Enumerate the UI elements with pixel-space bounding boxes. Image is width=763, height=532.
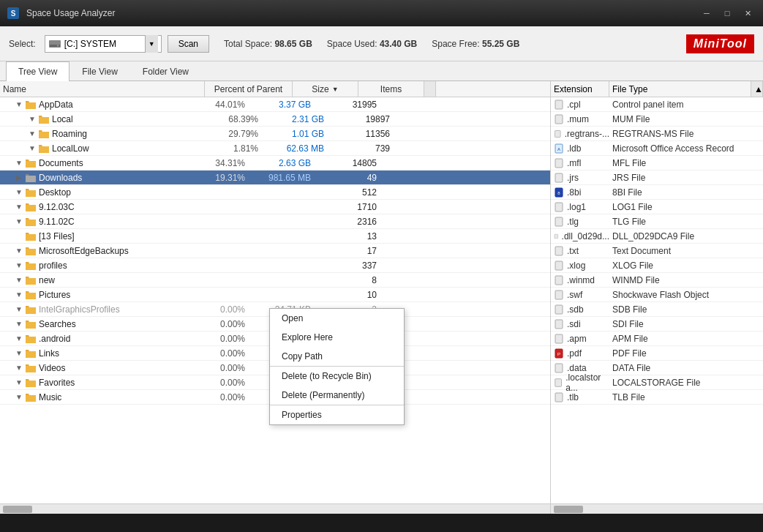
svg-rect-42: [555, 305, 563, 314]
expand-icon[interactable]: ▼: [26, 115, 38, 123]
expand-icon[interactable]: ▼: [13, 378, 25, 386]
expand-icon[interactable]: ▼: [13, 247, 25, 255]
expand-icon[interactable]: ▼: [26, 144, 38, 152]
maximize-button[interactable]: □: [718, 6, 737, 20]
list-item[interactable]: .mumMUM File: [551, 112, 763, 127]
right-scrollbar-thumb[interactable]: [554, 506, 583, 513]
space-used: Space Used: 43.40 GB: [327, 39, 417, 49]
folder-icon: [38, 114, 50, 124]
drive-selector[interactable]: [C:] SYSTEM ▼: [45, 35, 162, 53]
list-item[interactable]: .log1LOG1 File: [551, 200, 763, 214]
col-header-items[interactable]: Items: [358, 81, 424, 97]
list-item[interactable]: .cplControl panel item: [551, 97, 763, 112]
svg-rect-27: [555, 115, 563, 124]
expand-icon[interactable]: ▼: [13, 364, 25, 372]
table-row[interactable]: ▼ AppData 44.01% 3.37 GB 31995: [0, 97, 550, 112]
list-item[interactable]: .sdiSDI File: [551, 317, 763, 331]
expand-icon[interactable]: ▶: [13, 173, 25, 181]
ctx-explore-here[interactable]: Explore Here: [270, 328, 404, 347]
folder-icon: [25, 100, 37, 110]
scan-button[interactable]: Scan: [168, 35, 209, 53]
expand-icon[interactable]: ▼: [13, 349, 25, 357]
select-label: Select:: [9, 39, 36, 49]
folder-icon: [25, 275, 37, 285]
list-item[interactable]: .swfShockwave Flash Object: [551, 288, 763, 302]
expand-icon[interactable]: ▼: [13, 305, 25, 313]
list-item[interactable]: A.ldbMicrosoft Office Access Record: [551, 141, 763, 156]
list-item[interactable]: .tlbTLB File: [551, 390, 763, 405]
ctx-open[interactable]: Open: [270, 309, 404, 328]
folder-icon: [25, 158, 37, 168]
svg-rect-26: [555, 100, 563, 109]
tab-tree-view[interactable]: Tree View: [6, 61, 69, 81]
list-item[interactable]: .txtText Document: [551, 244, 763, 258]
expand-icon[interactable]: ▼: [13, 188, 25, 196]
expand-icon[interactable]: ▼: [13, 393, 25, 401]
svg-rect-28: [555, 130, 561, 137]
list-item[interactable]: .sdbSDB File: [551, 302, 763, 317]
ctx-properties[interactable]: Properties: [270, 405, 404, 424]
list-item[interactable]: .winmdWINMD File: [551, 273, 763, 288]
tab-folder-view[interactable]: Folder View: [130, 61, 201, 81]
expand-icon[interactable]: ▼: [13, 334, 25, 342]
table-row[interactable]: ▼ profiles 337: [0, 258, 550, 273]
file-icon: A: [554, 143, 564, 154]
expand-icon[interactable]: ▼: [13, 217, 25, 225]
expand-icon[interactable]: ▼: [13, 203, 25, 211]
list-item[interactable]: 8.8bi8BI File: [551, 185, 763, 200]
expand-icon[interactable]: ▼: [13, 276, 25, 284]
folder-icon: [25, 187, 37, 198]
table-row[interactable]: ▼ Desktop 512: [0, 185, 550, 200]
file-icon: [554, 304, 564, 315]
list-item[interactable]: .localstor a...LOCALSTORAGE File: [551, 375, 763, 390]
ctx-delete-permanently[interactable]: Delete (Permanently): [270, 386, 404, 405]
expand-icon[interactable]: ▼: [13, 100, 25, 108]
expand-icon[interactable]: ▼: [13, 320, 25, 328]
table-row[interactable]: ▼ Roaming 29.79% 1.01 GB 11356: [0, 127, 550, 141]
ctx-delete-recycle[interactable]: Delete (to Recycle Bin): [270, 367, 404, 386]
table-row[interactable]: ▼ Local 68.39% 2.31 GB 19897: [0, 112, 550, 127]
close-button[interactable]: ✕: [738, 6, 757, 20]
table-row[interactable]: ▼ MicrosoftEdgeBackups 17: [0, 244, 550, 258]
col-header-size[interactable]: Size ▼: [293, 81, 358, 97]
list-item[interactable]: .tlgTLG File: [551, 214, 763, 229]
svg-rect-43: [555, 320, 563, 329]
list-item[interactable]: P.pdfPDF File: [551, 346, 763, 361]
tree-area: ▼ AppData 44.01% 3.37 GB 31995 ▼ Local 6…: [0, 97, 550, 503]
table-row[interactable]: ▼ 9.12.03C 1710: [0, 200, 550, 214]
table-row[interactable]: ▶ [13 Files] 13: [0, 229, 550, 244]
list-item[interactable]: .mflMFL File: [551, 156, 763, 171]
expand-icon[interactable]: ▼: [13, 159, 25, 167]
col-header-percent[interactable]: Percent of Parent: [205, 81, 293, 97]
scrollbar-thumb[interactable]: [3, 506, 32, 513]
list-item[interactable]: .dll_0d29d...DLL_0D29DCA9 File: [551, 229, 763, 244]
ctx-copy-path[interactable]: Copy Path: [270, 347, 404, 367]
svg-rect-38: [555, 247, 563, 255]
table-row[interactable]: ▼ LocalLow 1.81% 62.63 MB 739: [0, 141, 550, 156]
table-row[interactable]: ▼ Documents 34.31% 2.63 GB 14805: [0, 156, 550, 171]
svg-rect-18: [26, 293, 36, 299]
table-row[interactable]: ▶ Downloads 19.31% 981.65 MB 49: [0, 171, 550, 185]
drive-value: [C:] SYSTEM: [64, 39, 145, 49]
right-horizontal-scrollbar[interactable]: [551, 503, 763, 514]
list-item[interactable]: .xlogXLOG File: [551, 258, 763, 273]
tab-file-view[interactable]: File View: [69, 61, 129, 81]
svg-rect-19: [26, 307, 36, 314]
file-icon: [554, 100, 564, 110]
folder-icon: [25, 290, 37, 300]
drive-dropdown-arrow[interactable]: ▼: [145, 35, 158, 53]
horizontal-scrollbar[interactable]: [0, 503, 550, 514]
list-item[interactable]: .jrsJRS File: [551, 171, 763, 185]
minimize-button[interactable]: ─: [697, 6, 716, 20]
expand-icon[interactable]: ▼: [13, 261, 25, 269]
expand-icon[interactable]: ▼: [26, 130, 38, 138]
list-item[interactable]: .regtrans-...REGTRANS-MS File: [551, 127, 763, 141]
folder-icon: [38, 143, 50, 154]
table-row[interactable]: ▼ Pictures 10: [0, 288, 550, 302]
list-item[interactable]: .apmAPM File: [551, 331, 763, 346]
svg-rect-25: [26, 395, 36, 402]
table-row[interactable]: ▼ 9.11.02C 2316: [0, 214, 550, 229]
table-row[interactable]: ▼ new 8: [0, 273, 550, 288]
minitool-logo: MiniTool: [686, 34, 754, 53]
expand-icon[interactable]: ▼: [13, 291, 25, 299]
